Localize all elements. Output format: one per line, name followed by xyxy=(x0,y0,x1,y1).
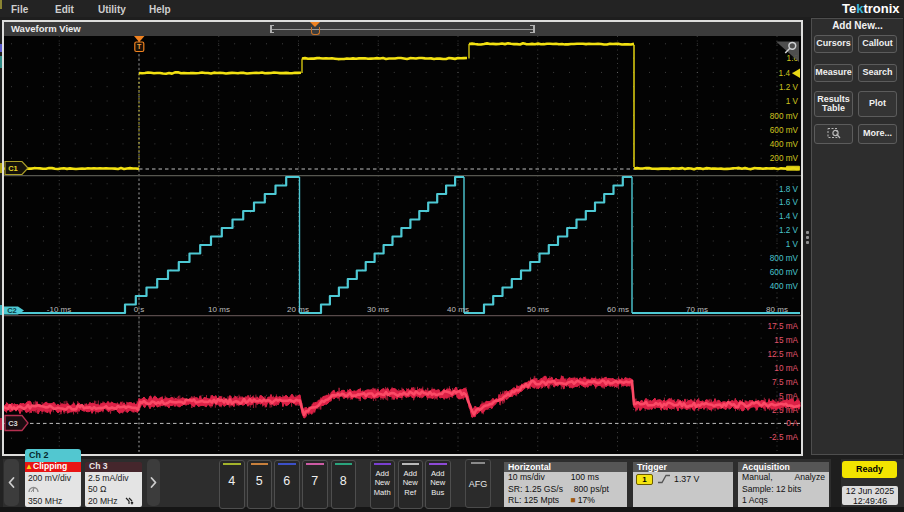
svg-text:80 ms: 80 ms xyxy=(766,305,788,314)
svg-text:-10 ms: -10 ms xyxy=(47,305,71,314)
svg-text:1.8 V: 1.8 V xyxy=(779,185,799,194)
svg-text:1.2 V: 1.2 V xyxy=(779,83,799,92)
svg-text:70 ms: 70 ms xyxy=(686,305,708,314)
svg-text:20 ms: 20 ms xyxy=(287,305,309,314)
svg-text:17.5 mA: 17.5 mA xyxy=(768,322,799,331)
svg-text:1 V: 1 V xyxy=(786,97,799,106)
svg-text:-2.5 mA: -2.5 mA xyxy=(769,433,798,442)
svg-text:C3: C3 xyxy=(8,419,18,428)
svg-text:600 mV: 600 mV xyxy=(770,126,799,135)
svg-text:400 mV: 400 mV xyxy=(770,140,799,149)
svg-text:C2: C2 xyxy=(7,306,17,315)
svg-text:15 mA: 15 mA xyxy=(774,336,798,345)
svg-text:200 mV: 200 mV xyxy=(770,154,799,163)
svg-text:0 A: 0 A xyxy=(786,419,798,428)
svg-text:7.5 mA: 7.5 mA xyxy=(772,378,798,387)
svg-text:60 ms: 60 ms xyxy=(607,305,629,314)
svg-text:T: T xyxy=(137,43,142,50)
svg-text:1.4 V: 1.4 V xyxy=(779,212,799,221)
svg-text:800 mV: 800 mV xyxy=(770,254,799,263)
svg-text:10 ms: 10 ms xyxy=(208,305,230,314)
svg-text:0 s: 0 s xyxy=(134,305,145,314)
svg-text:12.5 mA: 12.5 mA xyxy=(768,350,799,359)
svg-text:1.6 V: 1.6 V xyxy=(779,198,799,207)
svg-text:40 ms: 40 ms xyxy=(447,305,469,314)
svg-text:10 mA: 10 mA xyxy=(774,364,798,373)
svg-text:5 mA: 5 mA xyxy=(779,392,799,401)
svg-text:800 mV: 800 mV xyxy=(770,112,799,121)
svg-text:1.4: 1.4 xyxy=(779,69,791,78)
svg-text:50 ms: 50 ms xyxy=(527,305,549,314)
svg-text:1.2 V: 1.2 V xyxy=(779,226,799,235)
svg-text:1 V: 1 V xyxy=(786,240,799,249)
svg-text:400 mV: 400 mV xyxy=(770,282,799,291)
svg-text:C1: C1 xyxy=(8,164,18,173)
svg-text:30 ms: 30 ms xyxy=(367,305,389,314)
svg-text:600 mV: 600 mV xyxy=(770,268,799,277)
